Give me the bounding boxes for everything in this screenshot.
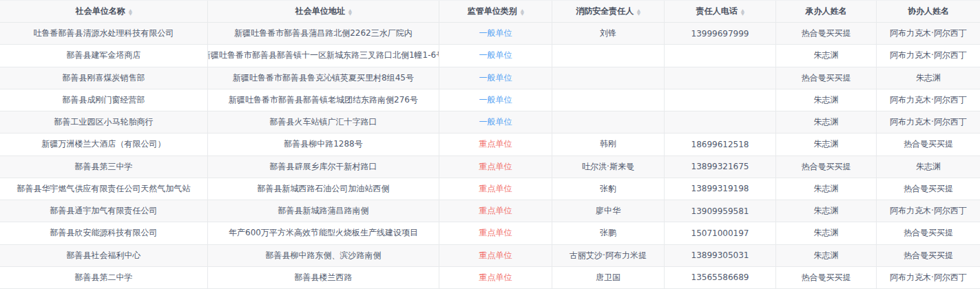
cell-phone xyxy=(665,89,776,111)
cell-unit-name: 鄯善县华宇燃气供应有限责任公司天然气加气站 xyxy=(0,178,208,200)
table-row: 鄯善县社会福利中心鄯善县柳中路东侧、滨沙路南侧重点单位古丽艾沙·阿布力米提138… xyxy=(0,245,980,267)
cell-cohandler: 阿布力克木·阿尔西丁 xyxy=(877,45,980,66)
header-phone-label: 责任人电话 xyxy=(696,6,738,17)
cell-cohandler: 热合曼买买提 xyxy=(877,133,980,155)
cell-unit-name: 吐鲁番鄯善县清源水处理科技有限公司 xyxy=(0,23,208,44)
cell-handler: 朱志渊 xyxy=(776,45,877,66)
header-safety-person-label: 消防安全责任人 xyxy=(576,6,634,17)
table-row: 鄯善县建军金塔商店新疆吐鲁番市鄯善县鄯善镇十一区新城东路三叉路口北侧1幢1-6号… xyxy=(0,45,980,67)
cell-category: 重点单位 xyxy=(439,222,552,244)
cell-category: 重点单位 xyxy=(439,156,552,178)
sort-icon[interactable]: ▲▼ xyxy=(348,8,352,15)
sort-icon[interactable]: ▲▼ xyxy=(637,8,640,15)
table-row: 鄯善县刚喜煤炭销售部新疆吐鲁番市鄯善县鲁克沁镇英夏买里村8组45号一般单位热合曼… xyxy=(0,67,980,89)
header-category[interactable]: 监管单位类别 ▲▼ xyxy=(439,1,552,22)
cell-category: 一般单位 xyxy=(439,89,552,111)
cell-cohandler: 阿布力克木·阿尔西丁 xyxy=(877,200,980,222)
cell-unit-name: 新疆万洲楼兰大酒店（有限公司） xyxy=(0,133,208,155)
category-link[interactable]: 重点单位 xyxy=(479,161,512,173)
category-link[interactable]: 重点单位 xyxy=(479,272,512,283)
cell-handler: 朱志渊 xyxy=(776,222,877,244)
table-row: 鄯善县通宇加气有限责任公司鄯善县新城路蒲昌路南侧重点单位廖中华139099595… xyxy=(0,200,980,222)
cell-phone: 13899319198 xyxy=(665,178,776,200)
category-link[interactable]: 重点单位 xyxy=(479,205,512,217)
header-unit-address-label: 社会单位地址 xyxy=(295,6,345,17)
cell-unit-name: 鄯善县第二中学 xyxy=(0,267,208,288)
header-safety-person[interactable]: 消防安全责任人 ▲▼ xyxy=(552,1,665,22)
cell-cohandler: 热合曼买买提 xyxy=(877,178,980,200)
cell-cohandler: 阿布力克木·阿尔西丁 xyxy=(877,23,980,44)
cell-unit-address: 鄯善县火车站镇广汇十字路口 xyxy=(208,111,439,133)
header-unit-name-label: 社会单位名称 xyxy=(76,6,125,17)
category-link[interactable]: 重点单位 xyxy=(479,250,512,261)
category-link[interactable]: 一般单位 xyxy=(479,50,512,61)
category-link[interactable]: 一般单位 xyxy=(479,94,512,106)
cell-unit-name: 鄯善县社会福利中心 xyxy=(0,245,208,266)
cell-unit-name: 鄯善工业园区小马轮胎商行 xyxy=(0,111,208,133)
header-unit-address[interactable]: 社会单位地址 ▲▼ xyxy=(208,1,439,22)
cell-handler: 朱志渊 xyxy=(776,245,877,266)
category-link[interactable]: 一般单位 xyxy=(479,116,512,128)
table-row: 新疆万洲楼兰大酒店（有限公司）鄯善县柳中路1288号重点单位韩刚18699612… xyxy=(0,133,980,156)
cell-unit-name: 鄯善县建军金塔商店 xyxy=(0,45,208,66)
cell-safety-person xyxy=(552,45,665,66)
header-unit-name[interactable]: 社会单位名称 ▲▼ xyxy=(0,1,208,22)
cell-phone: 13899305031 xyxy=(665,245,776,266)
cell-unit-name: 鄯善县第三中学 xyxy=(0,156,208,178)
sort-icon[interactable]: ▲▼ xyxy=(521,8,524,15)
cell-handler: 热合曼买买提 xyxy=(776,23,877,44)
category-link[interactable]: 重点单位 xyxy=(479,227,512,239)
cell-safety-person: 唐卫国 xyxy=(552,267,665,288)
cell-category: 一般单位 xyxy=(439,67,552,89)
cell-category: 一般单位 xyxy=(439,45,552,66)
cell-unit-address: 新疆吐鲁番市鄯善县蒲昌路北侧2262三水厂院内 xyxy=(208,23,439,44)
sort-icon[interactable]: ▲▼ xyxy=(129,8,132,15)
cell-unit-name: 鄯善县通宇加气有限责任公司 xyxy=(0,200,208,222)
cell-safety-person: 古丽艾沙·阿布力米提 xyxy=(552,245,665,266)
cell-phone: 13899321675 xyxy=(665,156,776,178)
cell-unit-address: 鄯善县新城路蒲昌路南侧 xyxy=(208,200,439,222)
cell-category: 重点单位 xyxy=(439,200,552,222)
cell-phone: 13909959581 xyxy=(665,200,776,222)
table-row: 鄯善县成刚门窗经营部新疆吐鲁番市鄯善县鄯善镇老城团结东路南侧276号一般单位朱志… xyxy=(0,89,980,111)
table-row: 鄯善县第二中学鄯善县楼兰西路重点单位唐卫国13565586689热合曼买买提阿布… xyxy=(0,267,980,289)
cell-phone: 13565586689 xyxy=(665,267,776,288)
cell-handler: 热合曼买买提 xyxy=(776,267,877,288)
table-row: 鄯善工业园区小马轮胎商行鄯善县火车站镇广汇十字路口一般单位朱志渊阿布力克木·阿尔… xyxy=(0,111,980,133)
cell-phone xyxy=(665,45,776,66)
cell-safety-person xyxy=(552,111,665,133)
cell-unit-address: 鄯善县柳中路1288号 xyxy=(208,133,439,155)
cell-unit-address: 鄯善县辟展乡库尔干新村路口 xyxy=(208,156,439,178)
cell-unit-address: 新疆吐鲁番市鄯善县鄯善镇十一区新城东路三叉路口北侧1幢1-6号 xyxy=(208,45,439,66)
category-link[interactable]: 重点单位 xyxy=(479,138,512,150)
cell-handler: 热合曼买买提 xyxy=(776,156,877,178)
header-phone[interactable]: 责任人电话 ▲▼ xyxy=(665,1,776,22)
cell-unit-address: 新疆吐鲁番市鄯善县鲁克沁镇英夏买里村8组45号 xyxy=(208,67,439,89)
cell-category: 重点单位 xyxy=(439,267,552,288)
table-row: 鄯善县华宇燃气供应有限责任公司天然气加气站鄯善县新城西路石油公司加油站西侧重点单… xyxy=(0,178,980,200)
cell-unit-address: 鄯善县柳中路东侧、滨沙路南侧 xyxy=(208,245,439,266)
cell-safety-person: 张豹 xyxy=(552,178,665,200)
cell-handler: 朱志渊 xyxy=(776,111,877,133)
cell-safety-person: 韩刚 xyxy=(552,133,665,155)
header-cohandler: 协办人姓名 xyxy=(877,1,980,22)
cell-unit-address: 年产600万平方米高效节能型火烧板生产线建设项目 xyxy=(208,222,439,244)
cell-cohandler: 阿布力克木·阿尔西丁 xyxy=(877,89,980,111)
cell-safety-person: 张鹏 xyxy=(552,222,665,244)
cell-phone xyxy=(665,111,776,133)
cell-unit-address: 鄯善县楼兰西路 xyxy=(208,267,439,288)
category-link[interactable]: 重点单位 xyxy=(479,183,512,195)
category-link[interactable]: 一般单位 xyxy=(479,28,512,39)
category-link[interactable]: 一般单位 xyxy=(479,72,512,84)
cell-unit-name: 鄯善县刚喜煤炭销售部 xyxy=(0,67,208,89)
sort-icon[interactable]: ▲▼ xyxy=(741,8,744,15)
cell-cohandler: 热合曼买买提 xyxy=(877,245,980,266)
units-table: 社会单位名称 ▲▼ 社会单位地址 ▲▼ 监管单位类别 ▲▼ 消防安全责任人 ▲▼… xyxy=(0,0,980,289)
cell-unit-name: 鄯善县欣安能源科技有限公司 xyxy=(0,222,208,244)
header-category-label: 监管单位类别 xyxy=(468,6,517,17)
header-cohandler-label: 协办人姓名 xyxy=(908,6,949,17)
cell-handler: 朱志渊 xyxy=(776,89,877,111)
table-body: 吐鲁番鄯善县清源水处理科技有限公司新疆吐鲁番市鄯善县蒲昌路北侧2262三水厂院内… xyxy=(0,23,980,289)
cell-phone: 18699612518 xyxy=(665,133,776,155)
cell-safety-person: 刘锋 xyxy=(552,23,665,44)
